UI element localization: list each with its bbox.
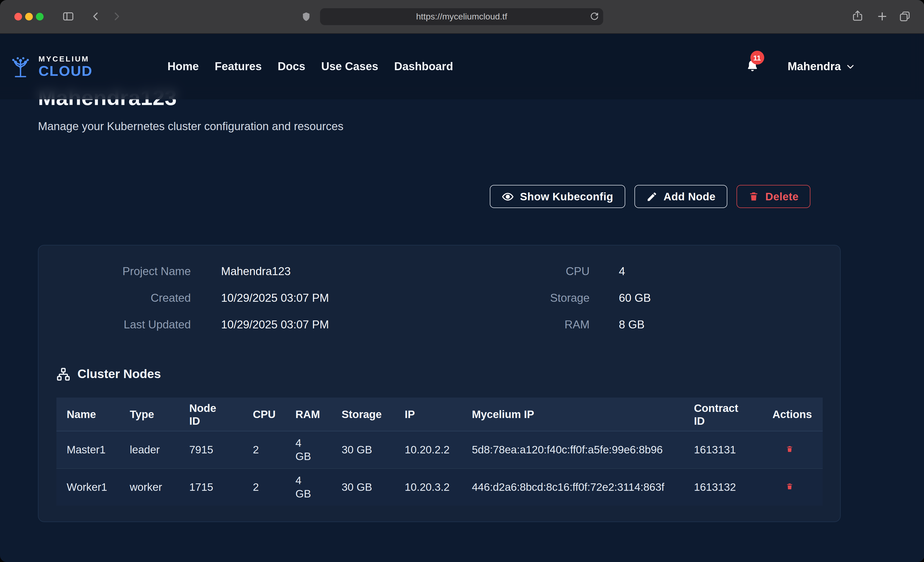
cell-ip: 10.20.3.2 — [394, 468, 462, 506]
notification-bell-button[interactable]: 11 — [744, 58, 760, 75]
info-value: Mahendra123 — [221, 265, 291, 279]
cell-name: Master1 — [56, 431, 120, 468]
col-cpu: CPU — [243, 398, 285, 431]
info-value: 10/29/2025 03:07 PM — [221, 318, 329, 332]
delete-label: Delete — [765, 190, 799, 203]
add-node-button[interactable]: Add Node — [634, 185, 727, 208]
info-row-ram: RAM 8 GB — [439, 318, 840, 332]
window-controls — [14, 13, 44, 21]
forward-icon — [111, 10, 122, 22]
col-actions: Actions — [762, 398, 823, 431]
browser-chrome: https://myceliumcloud.tf — [0, 0, 924, 34]
cell-cpu: 2 — [243, 431, 285, 468]
zoom-window-button[interactable] — [36, 13, 44, 21]
close-window-button[interactable] — [14, 13, 22, 21]
show-kubeconfig-button[interactable]: Show Kubeconfig — [490, 185, 625, 208]
col-type: Type — [120, 398, 179, 431]
info-label: Project Name — [39, 265, 191, 279]
info-value: 60 GB — [619, 291, 651, 305]
cell-type: worker — [120, 468, 179, 506]
add-node-label: Add Node — [663, 190, 716, 203]
info-row-last-updated: Last Updated 10/29/2025 03:07 PM — [39, 318, 439, 332]
nav-item-dashboard[interactable]: Dashboard — [394, 60, 453, 73]
table-header-row: Name Type Node ID CPU RAM Storage IP Myc… — [56, 398, 823, 431]
info-label: Created — [39, 291, 191, 305]
nav-right: 11 Mahendra — [744, 58, 858, 75]
cell-contract-id: 1613131 — [684, 431, 762, 468]
delete-node-button[interactable] — [786, 445, 794, 453]
cell-node-id: 7915 — [179, 431, 243, 468]
cell-name: Worker1 — [56, 468, 120, 506]
user-name: Mahendra — [788, 60, 841, 73]
user-menu[interactable]: Mahendra — [784, 60, 858, 74]
sidebar-icon — [62, 10, 75, 22]
info-value: 8 GB — [619, 318, 645, 332]
cell-actions — [762, 431, 823, 468]
trash-icon — [748, 191, 759, 202]
col-name: Name — [56, 398, 120, 431]
page-content: Mahendra123 Manage your Kubernetes clust… — [0, 34, 924, 562]
plus-icon — [876, 10, 888, 22]
cell-mycelium-ip: 5d8:78ea:a120:f40c:ff0f:a5fe:99e6:8b96 — [462, 431, 684, 468]
mycelium-logo-icon — [7, 54, 34, 79]
info-label: RAM — [439, 318, 590, 332]
web-page: Mahendra123 Manage your Kubernetes clust… — [0, 34, 924, 562]
info-row-cpu: CPU 4 — [439, 265, 840, 279]
delete-node-button[interactable] — [786, 482, 794, 491]
nav-item-docs[interactable]: Docs — [278, 60, 305, 73]
cell-ram: 4 GB — [285, 468, 332, 506]
cell-node-id: 1715 — [179, 468, 243, 506]
address-bar[interactable]: https://myceliumcloud.tf — [320, 8, 603, 25]
info-row-project-name: Project Name Mahendra123 — [39, 265, 439, 279]
back-button[interactable] — [90, 10, 102, 22]
brand-top: MYCELIUM — [39, 55, 93, 63]
cluster-nodes-heading: Cluster Nodes — [56, 367, 840, 381]
show-kubeconfig-label: Show Kubeconfig — [520, 190, 614, 203]
cell-ram: 4 GB — [285, 431, 332, 468]
nav-item-features[interactable]: Features — [214, 60, 262, 73]
minimize-window-button[interactable] — [25, 13, 33, 21]
info-value: 4 — [619, 265, 625, 279]
tab-overview-button[interactable] — [898, 10, 911, 22]
cell-actions — [762, 468, 823, 506]
col-ram: RAM — [285, 398, 332, 431]
back-icon — [90, 10, 102, 22]
col-node-id: Node ID — [179, 398, 243, 431]
cell-ip: 10.20.2.2 — [394, 431, 462, 468]
share-button[interactable] — [851, 9, 864, 22]
nav-item-home[interactable]: Home — [168, 60, 199, 73]
info-label: CPU — [439, 265, 590, 279]
nav-links: Home Features Docs Use Cases Dashboard — [168, 60, 453, 73]
eye-icon — [502, 190, 514, 203]
trash-icon — [786, 482, 794, 491]
info-label: Storage — [439, 291, 590, 305]
forward-button[interactable] — [111, 10, 122, 22]
nav-item-use-cases[interactable]: Use Cases — [321, 60, 378, 73]
table-row: Worker1 worker 1715 2 4 GB 30 GB 10.20.3… — [56, 468, 823, 506]
page-subtitle: Manage your Kubernetes cluster configura… — [38, 120, 841, 133]
browser-window: https://myceliumcloud.tf — [0, 0, 924, 562]
sidebar-toggle-button[interactable] — [62, 10, 75, 22]
section-title: Cluster Nodes — [78, 367, 161, 381]
reload-button[interactable] — [590, 12, 599, 21]
cell-storage: 30 GB — [332, 431, 394, 468]
cell-contract-id: 1613132 — [684, 468, 762, 506]
info-label: Last Updated — [39, 318, 191, 332]
brand-name: MYCELIUM CLOUD — [39, 55, 93, 78]
url-text: https://myceliumcloud.tf — [416, 12, 507, 22]
cluster-actions: Show Kubeconfig Add Node D — [38, 185, 841, 208]
col-ip: IP — [394, 398, 462, 431]
col-contract-id: Contract ID — [684, 398, 762, 431]
col-storage: Storage — [332, 398, 394, 431]
cell-mycelium-ip: 446:d2a6:8bcd:8c16:ff0f:72e2:3114:863f — [462, 468, 684, 506]
delete-cluster-button[interactable]: Delete — [736, 185, 810, 208]
brand-bottom: CLOUD — [39, 64, 93, 78]
pencil-icon — [646, 191, 657, 202]
cluster-card: Project Name Mahendra123 Created 10/29/2… — [38, 245, 841, 522]
privacy-shield-icon[interactable] — [301, 11, 312, 23]
reload-icon — [590, 12, 599, 21]
col-mycelium-ip: Mycelium IP — [462, 398, 684, 431]
brand-logo[interactable]: MYCELIUM CLOUD — [7, 54, 93, 79]
table-row: Master1 leader 7915 2 4 GB 30 GB 10.20.2… — [56, 431, 823, 468]
new-tab-button[interactable] — [876, 10, 888, 22]
